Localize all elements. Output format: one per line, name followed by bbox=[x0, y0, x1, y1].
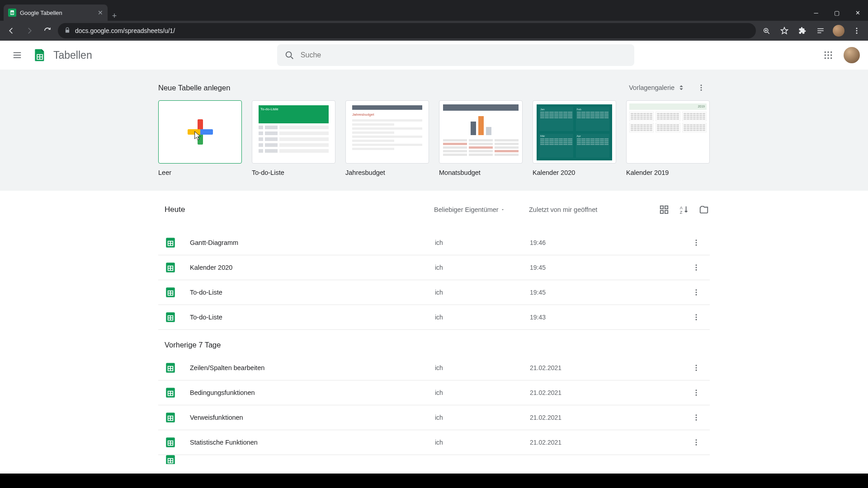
svg-point-27 bbox=[827, 54, 829, 56]
file-owner: ich bbox=[435, 264, 530, 271]
tab-title: Google Tabellen bbox=[20, 9, 62, 16]
owner-filter-label: Beliebiger Eigentümer bbox=[434, 206, 499, 213]
sort-az-button[interactable]: AZ bbox=[678, 204, 690, 216]
file-name: Gantt-Diagramm bbox=[190, 239, 435, 246]
file-time: 19:43 bbox=[530, 314, 643, 321]
url-text: docs.google.com/spreadsheets/u/1/ bbox=[75, 27, 175, 34]
sheets-file-icon bbox=[165, 362, 176, 374]
file-row[interactable]: To-do-Liste ich 19:45 bbox=[158, 280, 710, 305]
svg-point-66 bbox=[696, 314, 697, 315]
template-calendar-2019[interactable]: Kalender 2019 bbox=[626, 100, 710, 176]
file-row[interactable]: Gantt-Diagramm ich 19:46 bbox=[158, 230, 710, 255]
svg-point-12 bbox=[856, 28, 858, 29]
template-blank[interactable]: Leer bbox=[158, 100, 242, 176]
forward-button[interactable] bbox=[22, 23, 37, 38]
file-time: 19:45 bbox=[530, 289, 643, 296]
file-owner: ich bbox=[435, 439, 530, 446]
file-row[interactable]: Zeilen/Spalten bearbeiten ich 21.02.2021 bbox=[158, 356, 710, 380]
file-more-button[interactable] bbox=[687, 258, 705, 277]
template-monthly-budget[interactable]: Monatsbudget bbox=[439, 100, 523, 176]
svg-point-47 bbox=[696, 244, 697, 246]
template-label: Monatsbudget bbox=[439, 169, 523, 176]
minimize-button[interactable]: ─ bbox=[806, 5, 826, 21]
template-calendar-2020[interactable]: Jan Feb Mär Apr Kalender 2020 bbox=[533, 100, 616, 176]
file-time: 21.02.2021 bbox=[530, 439, 643, 446]
file-name: Statistische Funktionen bbox=[190, 439, 435, 446]
svg-point-14 bbox=[856, 33, 858, 34]
section-prev: Vorherige 7 Tage bbox=[158, 330, 710, 356]
reading-list-icon[interactable] bbox=[813, 23, 828, 38]
file-more-button[interactable] bbox=[687, 408, 705, 427]
template-label: Leer bbox=[158, 169, 242, 176]
svg-point-60 bbox=[696, 292, 697, 293]
file-more-button[interactable] bbox=[687, 234, 705, 252]
file-row[interactable]: To-do-Liste ich 19:43 bbox=[158, 305, 710, 330]
svg-point-32 bbox=[701, 84, 702, 86]
svg-point-96 bbox=[696, 444, 697, 446]
template-gallery-button[interactable]: Vorlagengalerie bbox=[625, 80, 689, 95]
svg-point-29 bbox=[825, 57, 826, 59]
gallery-more-button[interactable] bbox=[693, 79, 710, 96]
sheets-logo-icon bbox=[31, 46, 49, 64]
file-owner: ich bbox=[435, 364, 530, 371]
profile-button[interactable] bbox=[831, 23, 846, 38]
sheets-file-icon bbox=[165, 311, 176, 323]
chrome-menu-button[interactable] bbox=[849, 23, 864, 38]
file-row[interactable]: Statistische Funktionen ich 21.02.2021 bbox=[158, 430, 710, 455]
template-annual-budget[interactable]: Jahresbudget Jahresbudget bbox=[345, 100, 429, 176]
file-row[interactable]: Kalender 2020 ich 19:45 bbox=[158, 255, 710, 280]
svg-point-53 bbox=[696, 267, 697, 268]
cursor-icon bbox=[193, 131, 203, 141]
svg-point-73 bbox=[696, 365, 697, 366]
lock-icon bbox=[64, 27, 71, 35]
file-more-button[interactable] bbox=[687, 433, 705, 451]
file-owner: ich bbox=[435, 414, 530, 421]
file-more-button[interactable] bbox=[687, 308, 705, 326]
reload-button[interactable] bbox=[40, 23, 55, 38]
menu-button[interactable] bbox=[8, 46, 26, 64]
file-time: 21.02.2021 bbox=[530, 389, 643, 396]
extensions-icon[interactable] bbox=[795, 23, 810, 38]
owner-filter[interactable]: Beliebiger Eigentümer bbox=[434, 206, 529, 213]
apps-grid-button[interactable] bbox=[819, 46, 837, 64]
profile-avatar-icon bbox=[833, 25, 844, 37]
file-more-button[interactable] bbox=[687, 283, 705, 301]
bottom-bar bbox=[0, 474, 868, 488]
sheets-file-icon bbox=[165, 455, 176, 464]
new-tab-button[interactable]: + bbox=[108, 11, 121, 21]
file-row-cut[interactable] bbox=[158, 455, 710, 464]
svg-point-61 bbox=[696, 294, 697, 296]
maximize-button[interactable]: ▢ bbox=[826, 5, 847, 21]
bookmark-icon[interactable] bbox=[777, 23, 792, 38]
template-todo[interactable]: To-do-Liste bbox=[252, 100, 335, 176]
open-picker-button[interactable] bbox=[698, 204, 710, 216]
file-row[interactable]: Verweisfunktionen ich 21.02.2021 bbox=[158, 405, 710, 430]
gallery-title: Neue Tabelle anlegen bbox=[158, 84, 230, 92]
svg-line-5 bbox=[768, 32, 769, 34]
svg-point-21 bbox=[286, 52, 292, 57]
file-owner: ich bbox=[435, 239, 530, 246]
sort-button[interactable]: Zuletzt von mir geöffnet bbox=[529, 206, 642, 213]
svg-point-45 bbox=[696, 239, 697, 241]
file-more-button[interactable] bbox=[687, 384, 705, 402]
svg-point-74 bbox=[696, 367, 697, 369]
file-row[interactable]: Bedingungsfunktionen ich 21.02.2021 bbox=[158, 380, 710, 405]
search-box[interactable] bbox=[277, 44, 634, 66]
svg-line-22 bbox=[291, 57, 293, 59]
svg-point-87 bbox=[696, 414, 697, 416]
zoom-icon[interactable] bbox=[759, 23, 774, 38]
svg-point-24 bbox=[827, 52, 829, 53]
file-time: 21.02.2021 bbox=[530, 364, 643, 371]
search-input[interactable] bbox=[301, 51, 627, 59]
svg-point-75 bbox=[696, 370, 697, 371]
browser-tab[interactable]: Google Tabellen ✕ bbox=[4, 5, 108, 21]
close-window-button[interactable]: ✕ bbox=[847, 5, 868, 21]
back-button[interactable] bbox=[4, 23, 19, 38]
svg-point-54 bbox=[696, 269, 697, 271]
file-more-button[interactable] bbox=[687, 359, 705, 377]
url-box[interactable]: docs.google.com/spreadsheets/u/1/ bbox=[58, 23, 756, 38]
window-controls: ─ ▢ ✕ bbox=[806, 5, 868, 21]
account-avatar[interactable] bbox=[844, 47, 860, 63]
close-tab-icon[interactable]: ✕ bbox=[98, 9, 103, 16]
grid-view-button[interactable] bbox=[658, 204, 670, 216]
